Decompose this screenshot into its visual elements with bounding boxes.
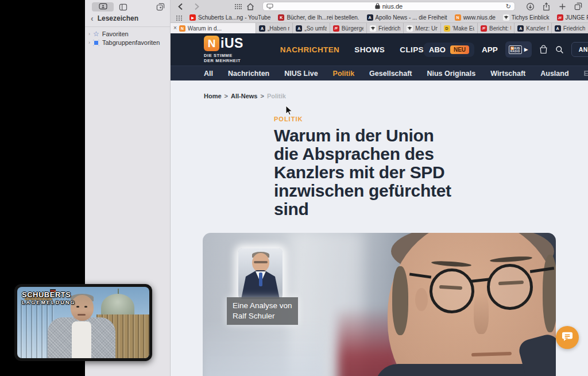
pip-show-title: SCHUBERTS LAGEMELDUNG bbox=[22, 290, 76, 305]
tab[interactable]: A Friedrich... bbox=[551, 23, 588, 33]
bookmark-junge-freiheit[interactable]: JF JUNGE FREIHE...für Debatte bbox=[557, 14, 588, 21]
new-tab-icon[interactable] bbox=[557, 1, 567, 11]
nius-tagline: DIE STIMME DER MEHRHEIT bbox=[204, 53, 243, 63]
tab-overview-icon[interactable] bbox=[573, 1, 583, 11]
sidebar-mode-button[interactable] bbox=[92, 2, 114, 11]
kopp-icon: K bbox=[278, 14, 284, 21]
nius-logo[interactable]: N iUS DIE STIMME DER MEHRHEIT bbox=[204, 36, 243, 63]
sidebar-back-chevron[interactable]: ‹ bbox=[91, 14, 94, 22]
bookmark-label: Tichys Einblick bbox=[512, 14, 550, 21]
bookmark-nius[interactable]: N www.nius.de bbox=[455, 14, 496, 21]
share-icon[interactable] bbox=[541, 1, 551, 11]
forward-icon[interactable] bbox=[191, 1, 202, 11]
bookmark-tichys-einblick[interactable]: Tichys Einblick bbox=[503, 14, 550, 21]
star-icon: ☆ bbox=[93, 30, 99, 37]
nav-nachrichten[interactable]: NACHRICHTEN bbox=[280, 45, 339, 54]
breadcrumb-all-news[interactable]: All-News bbox=[231, 93, 257, 99]
address-bar[interactable]: nius.de ↻ bbox=[262, 2, 515, 11]
tab-title: „So umfan... bbox=[304, 25, 326, 32]
merz-hair-side bbox=[392, 266, 408, 335]
downloads-icon[interactable] bbox=[525, 1, 535, 11]
search-icon[interactable] bbox=[555, 45, 564, 54]
close-tab-icon[interactable]: × bbox=[173, 25, 177, 31]
favorites-grid-icon[interactable] bbox=[176, 13, 182, 23]
bookmark-apollo-news[interactable]: A Apollo News - ... die Freiheit bbox=[367, 14, 447, 21]
browser-chrome: nius.de ↻ bbox=[171, 0, 588, 33]
chat-fab-button[interactable] bbox=[556, 326, 579, 349]
shopping-bag-icon[interactable] bbox=[539, 45, 548, 54]
reload-icon[interactable]: ↻ bbox=[506, 3, 511, 10]
subnav-nius-originals[interactable]: Nius Originals bbox=[427, 70, 475, 78]
breadcrumb-home[interactable]: Home bbox=[204, 93, 222, 99]
neu-badge: NEU bbox=[450, 45, 469, 54]
tab-group-icon bbox=[93, 40, 99, 46]
tab-title: Warum in d... bbox=[188, 25, 222, 32]
jf-icon: JF bbox=[481, 25, 487, 32]
tab-active[interactable]: × N Warum in d... bbox=[171, 23, 256, 33]
tab-title: Friedrich... bbox=[378, 25, 400, 32]
headline-line: sind bbox=[274, 200, 451, 218]
nius-logo-text: iUS bbox=[220, 36, 243, 51]
subnav-energie[interactable]: Energie bbox=[584, 70, 588, 78]
tab[interactable]: A Kanzler M... bbox=[514, 23, 551, 33]
nav-clips[interactable]: CLIPS bbox=[400, 45, 424, 54]
apollo-icon: A bbox=[259, 25, 265, 32]
headline-line: Warum in der Union bbox=[274, 126, 451, 145]
subnav-all[interactable]: All bbox=[204, 70, 213, 78]
bookmark-label: Apollo News - ... die Freiheit bbox=[376, 14, 447, 21]
tab-title: Bericht: U... bbox=[489, 25, 511, 32]
nius-logo-icon: N bbox=[204, 36, 219, 51]
app-link[interactable]: APP bbox=[482, 45, 498, 54]
subnav-politik[interactable]: Politik bbox=[333, 70, 355, 78]
author-badge-line: Ralf Schuler bbox=[233, 311, 292, 321]
tab-title: „Haben ma... bbox=[268, 25, 289, 32]
abo-button[interactable]: ABO NEU bbox=[424, 43, 474, 57]
article-content: Home > All-News > Politik POLITIK Warum … bbox=[171, 80, 588, 376]
headline-line: Kanzlers mit der SPD bbox=[274, 163, 451, 182]
subnav-nius-live[interactable]: NIUS Live bbox=[284, 70, 318, 78]
tab[interactable]: A „So umfan... bbox=[292, 23, 329, 33]
url-text: nius.de bbox=[382, 3, 403, 10]
nius-radio-button[interactable]: N IUS RADIO ▶ bbox=[505, 41, 532, 57]
breadcrumb-separator: > bbox=[225, 93, 228, 99]
anmelden-button[interactable]: ANMELDEN bbox=[571, 42, 588, 57]
home-icon[interactable] bbox=[245, 1, 256, 11]
nav-shows[interactable]: SHOWS bbox=[354, 45, 385, 54]
tab[interactable]: D 'Make Eur... bbox=[440, 23, 477, 33]
nius-icon: N bbox=[179, 25, 185, 32]
disclosure-chevron-icon[interactable]: › bbox=[88, 40, 90, 45]
tab[interactable]: A „Haben ma... bbox=[256, 23, 292, 33]
site-header: N iUS DIE STIMME DER MEHRHEIT NACHRICHTE… bbox=[171, 33, 588, 66]
breadcrumb: Home > All-News > Politik bbox=[204, 93, 286, 99]
pip-title-line1: SCHUBERTS bbox=[22, 290, 76, 299]
speaker-mouth bbox=[78, 314, 86, 316]
tab-bar: × N Warum in d... A „Haben ma... A „So u… bbox=[171, 23, 588, 33]
abo-label: ABO bbox=[429, 45, 446, 54]
author-badge-line: Eine Analyse von bbox=[233, 301, 292, 311]
bookmark-youtube[interactable]: ▶ Schuberts La...ng - YouTube bbox=[189, 14, 270, 21]
article-headline: Warum in der Union die Absprachen des Ka… bbox=[274, 126, 451, 218]
extensions-grid-icon[interactable] bbox=[233, 1, 243, 11]
bookmark-kopp[interactable]: K Bücher, die Ih...rei bestellen. bbox=[278, 14, 359, 21]
pip-video-overlay[interactable]: SCHUBERTS LAGEMELDUNG bbox=[14, 284, 152, 361]
bookmark-label: www.nius.de bbox=[463, 14, 496, 21]
tab[interactable]: JF Bürgergeld... bbox=[330, 23, 366, 33]
sidebar-item-tabgruppenfavoriten[interactable]: › Tabgruppenfavoriten bbox=[88, 39, 160, 46]
tab[interactable]: Merz: Unt... bbox=[403, 23, 440, 33]
tab[interactable]: JF Bericht: U... bbox=[477, 23, 514, 33]
subnav-ausland[interactable]: Ausland bbox=[540, 70, 568, 78]
subnav-gesellschaft[interactable]: Gesellschaft bbox=[369, 70, 412, 78]
subnav-nachrichten[interactable]: Nachrichten bbox=[228, 70, 269, 78]
disclosure-chevron-icon[interactable]: › bbox=[88, 31, 90, 37]
new-tab-group-icon[interactable] bbox=[156, 3, 165, 13]
author-tie bbox=[259, 273, 262, 286]
tab-title: Friedrich... bbox=[563, 25, 585, 32]
pip-title-line2: LAGEMELDUNG bbox=[22, 300, 76, 305]
tab[interactable]: Friedrich... bbox=[366, 23, 403, 33]
tab-title: Kanzler M... bbox=[526, 25, 548, 32]
back-icon[interactable] bbox=[175, 1, 185, 11]
subnav-wirtschaft[interactable]: Wirtschaft bbox=[490, 70, 525, 78]
sidebar-item-favoriten[interactable]: › ☆ Favoriten bbox=[88, 30, 129, 37]
sidebar-divider bbox=[85, 26, 170, 27]
sidebar-toggle-icon[interactable] bbox=[119, 3, 127, 13]
